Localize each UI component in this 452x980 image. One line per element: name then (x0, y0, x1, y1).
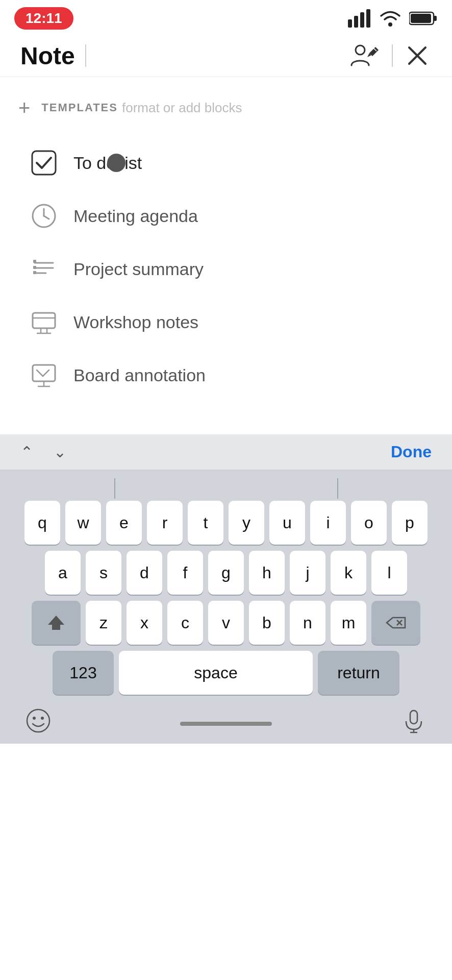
svg-point-4 (388, 22, 392, 27)
svg-rect-12 (32, 151, 56, 175)
svg-point-35 (27, 709, 49, 732)
status-bar: 12:11 (0, 0, 452, 35)
svg-line-31 (43, 370, 49, 376)
battery-icon (409, 11, 438, 26)
key-r[interactable]: r (147, 501, 183, 545)
key-e[interactable]: e (106, 501, 142, 545)
nav-arrows: ⌃ ⌄ (20, 443, 66, 461)
key-h[interactable]: h (249, 551, 285, 595)
template-item-workshop[interactable]: Workshop notes (0, 296, 452, 349)
workshop-icon (29, 307, 59, 337)
svg-point-8 (356, 45, 365, 55)
right-divider (392, 44, 393, 67)
board-label: Board annotation (73, 365, 206, 385)
board-icon (29, 360, 59, 390)
meeting-icon (29, 201, 59, 231)
close-button[interactable] (403, 41, 432, 70)
meeting-label: Meeting agenda (73, 206, 198, 226)
templates-label: TEMPLATES (41, 101, 118, 114)
cursor-lines (3, 474, 449, 501)
keyboard: q w e r t y u i o p a s d f g h j k l (0, 470, 452, 695)
key-b[interactable]: b (249, 601, 285, 645)
template-item-todo[interactable]: To do list (0, 136, 452, 189)
svg-point-36 (33, 717, 36, 720)
keyboard-nav-bar: ⌃ ⌄ Done (0, 434, 452, 470)
emoji-button[interactable] (26, 708, 51, 739)
svg-marker-32 (48, 616, 64, 630)
workshop-label: Workshop notes (73, 312, 198, 332)
svg-rect-38 (410, 710, 417, 724)
delete-key[interactable] (371, 601, 420, 645)
svg-line-30 (37, 370, 43, 376)
add-row: + TEMPLATES format or add blocks (0, 97, 452, 118)
home-indicator (180, 722, 272, 726)
svg-rect-22 (33, 313, 55, 328)
key-v[interactable]: v (208, 601, 244, 645)
cursor-dot (107, 154, 125, 172)
template-item-project[interactable]: Project summary (0, 242, 452, 296)
done-button[interactable]: Done (391, 443, 432, 461)
key-p[interactable]: p (392, 501, 428, 545)
svg-rect-19 (33, 260, 36, 263)
return-key[interactable]: return (318, 651, 399, 695)
mic-button[interactable] (401, 708, 426, 739)
key-m[interactable]: m (331, 601, 366, 645)
key-s[interactable]: s (86, 551, 121, 595)
key-k[interactable]: k (331, 551, 366, 595)
page-title: Note (20, 42, 75, 70)
svg-rect-1 (354, 16, 358, 28)
cursor-line-left (114, 478, 115, 499)
key-o[interactable]: o (351, 501, 387, 545)
space-key[interactable]: space (119, 651, 313, 695)
template-list: To do list Meeting agenda (0, 136, 452, 402)
key-row-4: 123 space return (3, 651, 449, 695)
keyboard-area: ⌃ ⌄ Done q w e r t y u i o p a s d (0, 434, 452, 744)
key-d[interactable]: d (127, 551, 162, 595)
key-row-1: q w e r t y u i o p (3, 501, 449, 545)
key-z[interactable]: z (86, 601, 121, 645)
nav-up-button[interactable]: ⌃ (20, 443, 33, 461)
svg-point-37 (41, 717, 44, 720)
add-button[interactable]: + (14, 97, 34, 118)
status-icons (348, 9, 438, 28)
template-item-board[interactable]: Board annotation (0, 349, 452, 402)
key-g[interactable]: g (208, 551, 244, 595)
svg-rect-7 (411, 14, 431, 23)
svg-rect-21 (33, 271, 36, 274)
svg-rect-6 (434, 16, 437, 21)
key-row-3: z x c v b n m (3, 601, 449, 645)
project-icon (29, 254, 59, 284)
todo-icon (29, 148, 59, 178)
number-key[interactable]: 123 (53, 651, 114, 695)
key-n[interactable]: n (290, 601, 325, 645)
edit-icon-button[interactable] (347, 40, 382, 71)
template-item-meeting[interactable]: Meeting agenda (0, 189, 452, 242)
key-a[interactable]: a (45, 551, 81, 595)
wifi-icon (379, 9, 402, 28)
svg-rect-20 (33, 266, 36, 269)
svg-rect-2 (360, 12, 364, 28)
key-l[interactable]: l (371, 551, 407, 595)
key-i[interactable]: i (310, 501, 346, 545)
key-q[interactable]: q (24, 501, 60, 545)
svg-rect-27 (33, 365, 55, 381)
hint-text: format or add blocks (122, 100, 242, 116)
svg-rect-0 (348, 19, 352, 28)
header-divider (85, 44, 86, 67)
key-f[interactable]: f (167, 551, 203, 595)
key-w[interactable]: w (65, 501, 101, 545)
key-u[interactable]: u (269, 501, 305, 545)
bottom-bar (0, 701, 452, 744)
key-j[interactable]: j (290, 551, 325, 595)
header-right (347, 40, 432, 71)
main-content: + TEMPLATES format or add blocks To do l… (0, 77, 452, 434)
key-c[interactable]: c (167, 601, 203, 645)
key-t[interactable]: t (188, 501, 223, 545)
project-label: Project summary (73, 259, 204, 279)
shift-key[interactable] (32, 601, 81, 645)
header: Note (0, 35, 452, 77)
nav-down-button[interactable]: ⌄ (54, 443, 66, 461)
key-y[interactable]: y (229, 501, 264, 545)
key-x[interactable]: x (127, 601, 162, 645)
signal-icon (348, 9, 371, 28)
